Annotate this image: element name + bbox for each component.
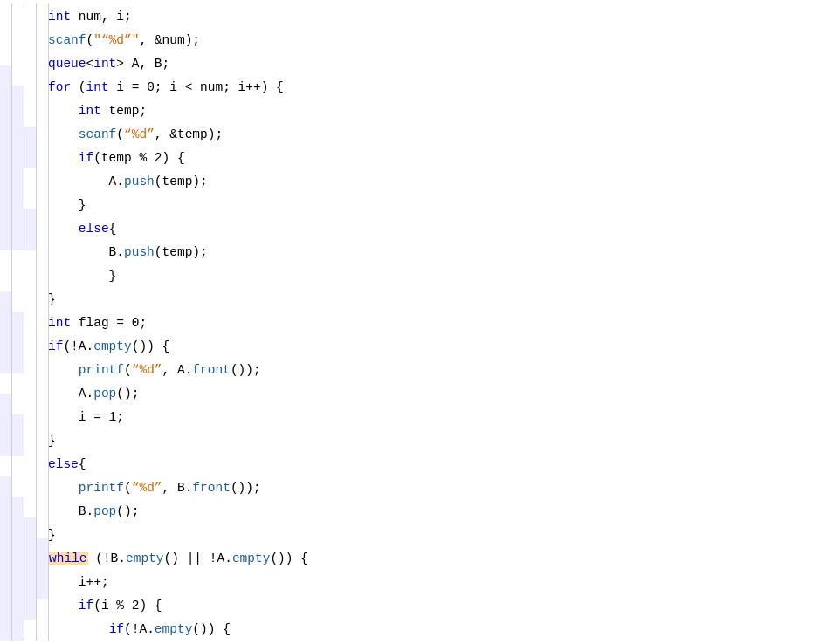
code-content: int num, i; scanf("“%d”", &num); queue<i…	[0, 3, 820, 644]
code-editor: int num, i; scanf("“%d”", &num); queue<i…	[0, 0, 820, 644]
gutter	[0, 3, 48, 641]
